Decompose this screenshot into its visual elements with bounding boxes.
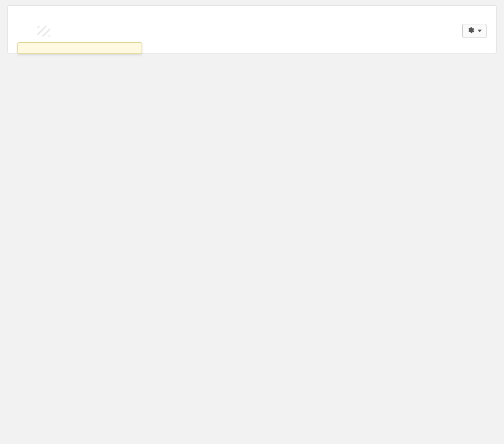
panel-header <box>8 6 496 18</box>
chevron-down-icon <box>478 30 482 32</box>
panel-body <box>8 18 496 53</box>
retention-panel <box>7 5 497 53</box>
legend-row <box>17 24 487 38</box>
gear-icon <box>467 26 474 35</box>
missing-swatch <box>38 26 50 36</box>
cell-tooltip <box>17 42 142 54</box>
settings-button[interactable] <box>462 24 487 38</box>
